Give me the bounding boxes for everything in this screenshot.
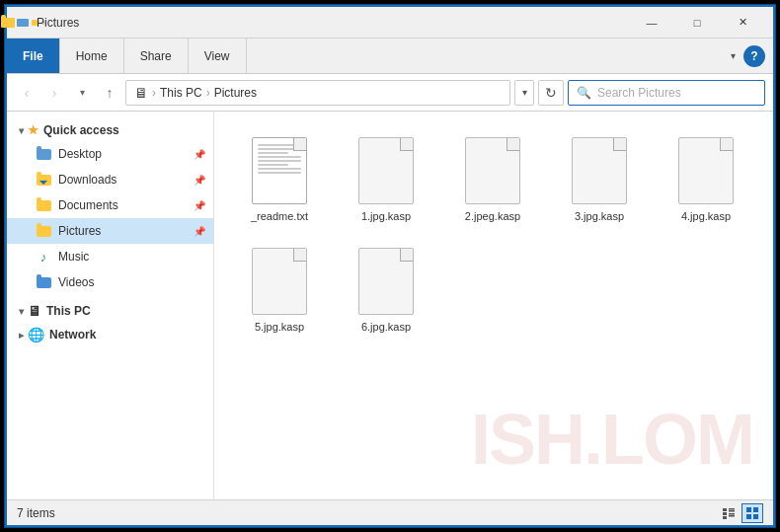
documents-folder-icon <box>35 198 52 212</box>
sidebar-item-documents-label: Documents <box>58 198 118 212</box>
svg-rect-7 <box>746 507 751 512</box>
file-item[interactable]: 2.jpeg.kasp <box>443 127 542 230</box>
file-label: 1.jpg.kasp <box>361 210 411 222</box>
file-item[interactable]: 6.jpg.kasp <box>337 238 435 341</box>
quick-access-label: Quick access <box>43 123 119 137</box>
quick-access-arrow: ▾ <box>19 125 24 136</box>
address-path[interactable]: 🖥 › This PC › Pictures <box>125 80 510 106</box>
network-arrow: ▸ <box>19 330 24 341</box>
sidebar-item-documents[interactable]: Documents 📌 <box>7 192 213 218</box>
minimize-button[interactable]: — <box>629 7 674 38</box>
sidebar-item-pictures-label: Pictures <box>58 224 101 238</box>
help-button[interactable]: ? <box>743 45 765 67</box>
file-icon-container <box>461 135 524 206</box>
svg-rect-0 <box>723 508 727 511</box>
watermark: ISH.LOM <box>471 399 753 480</box>
pictures-folder-icon <box>35 224 52 238</box>
forward-button[interactable]: › <box>42 81 66 105</box>
svg-rect-1 <box>723 512 727 515</box>
videos-icon <box>35 275 52 289</box>
ribbon: File Home Share View ▾ ? <box>7 38 773 74</box>
svg-rect-6 <box>729 515 735 517</box>
up-button[interactable]: ↑ <box>98 81 121 105</box>
file-item[interactable]: 4.jpg.kasp <box>657 127 755 230</box>
music-icon: ♪ <box>35 250 52 264</box>
svg-rect-10 <box>753 514 758 519</box>
svg-rect-9 <box>746 514 751 519</box>
file-item[interactable]: 5.jpg.kasp <box>230 238 329 341</box>
file-item[interactable]: 3.jpg.kasp <box>550 127 649 230</box>
file-doc-icon <box>358 248 414 315</box>
search-icon: 🔍 <box>577 86 591 100</box>
sidebar-item-downloads-label: Downloads <box>58 173 117 187</box>
svg-rect-2 <box>723 516 727 519</box>
desktop-pin-icon: 📌 <box>194 149 205 160</box>
address-bar: ‹ › ▾ ↑ 🖥 › This PC › Pictures ▾ ↻ 🔍 Sea… <box>7 74 773 112</box>
svg-rect-8 <box>753 507 758 512</box>
thispc-header[interactable]: ▾ 🖥 This PC <box>7 299 213 323</box>
file-icon-container <box>674 135 738 206</box>
refresh-button[interactable]: ↻ <box>538 80 564 106</box>
grid-view-button[interactable] <box>741 503 763 523</box>
network-icon: 🌐 <box>28 327 44 342</box>
file-doc-icon <box>252 248 307 315</box>
file-area: ISH.LOM _readme.txt1.jpg.kasp2.jpeg.kasp… <box>214 112 773 499</box>
downloads-pin-icon: 📌 <box>194 175 205 186</box>
ribbon-collapse-icon[interactable]: ▾ <box>731 50 736 61</box>
dropdown-history-button[interactable]: ▾ <box>70 81 94 105</box>
path-separator-2: › <box>206 86 210 100</box>
file-item[interactable]: _readme.txt <box>230 127 329 230</box>
file-label: 6.jpg.kasp <box>361 321 411 333</box>
view-controls <box>718 503 763 523</box>
status-bar: 7 items <box>7 499 773 525</box>
title-bar: Pictures — □ ✕ <box>7 7 773 38</box>
sidebar-item-desktop[interactable]: Desktop 📌 <box>7 141 213 167</box>
sidebar: ▾ ★ Quick access Desktop 📌 <box>7 112 214 499</box>
file-doc-icon <box>572 137 627 204</box>
network-header[interactable]: ▸ 🌐 Network <box>7 323 213 346</box>
file-label: _readme.txt <box>251 210 308 222</box>
thispc-computer-icon: 🖥 <box>28 303 41 319</box>
desktop-folder-icon <box>35 147 52 161</box>
path-pictures[interactable]: Pictures <box>214 86 257 100</box>
tab-share[interactable]: Share <box>124 38 189 73</box>
tab-file[interactable]: File <box>7 38 60 73</box>
file-doc-icon <box>678 137 734 204</box>
documents-pin-icon: 📌 <box>194 200 205 211</box>
file-label: 3.jpg.kasp <box>575 210 624 222</box>
file-doc-icon <box>465 137 520 204</box>
sidebar-item-pictures[interactable]: Pictures 📌 <box>7 218 213 244</box>
svg-rect-3 <box>729 508 735 510</box>
path-thispc[interactable]: This PC <box>160 86 202 100</box>
search-placeholder: Search Pictures <box>597 86 756 100</box>
path-separator-1: › <box>152 86 156 100</box>
quick-access-star-icon: ★ <box>28 123 39 137</box>
file-label: 5.jpg.kasp <box>255 321 304 333</box>
downloads-folder-icon <box>35 173 52 187</box>
tab-view[interactable]: View <box>189 38 247 73</box>
file-icon-container <box>248 135 311 206</box>
back-button[interactable]: ‹ <box>15 81 39 105</box>
quick-access-header[interactable]: ▾ ★ Quick access <box>7 119 213 141</box>
title-controls: — □ ✕ <box>629 7 765 38</box>
sidebar-item-videos[interactable]: Videos <box>7 269 213 295</box>
list-view-button[interactable] <box>718 503 740 523</box>
path-dropdown-button[interactable]: ▾ <box>514 80 534 106</box>
tab-home[interactable]: Home <box>60 38 124 73</box>
search-box[interactable]: 🔍 Search Pictures <box>568 80 765 106</box>
items-count: 7 items <box>17 506 718 520</box>
window-title: Pictures <box>37 16 629 30</box>
svg-rect-4 <box>729 510 735 512</box>
svg-rect-5 <box>729 513 735 515</box>
grid-view-icon <box>745 506 759 520</box>
path-icon: 🖥 <box>134 85 148 101</box>
ribbon-right: ▾ ? <box>731 38 773 73</box>
file-item[interactable]: 1.jpg.kasp <box>337 127 435 230</box>
sidebar-item-downloads[interactable]: Downloads 📌 <box>7 167 213 192</box>
sidebar-item-music[interactable]: ♪ Music <box>7 244 213 269</box>
file-doc-icon <box>252 137 307 204</box>
close-button[interactable]: ✕ <box>720 7 765 38</box>
thispc-label: This PC <box>46 304 91 318</box>
maximize-button[interactable]: □ <box>674 7 720 38</box>
explorer-window: Pictures — □ ✕ File Home Share View ▾ ? … <box>5 5 775 527</box>
